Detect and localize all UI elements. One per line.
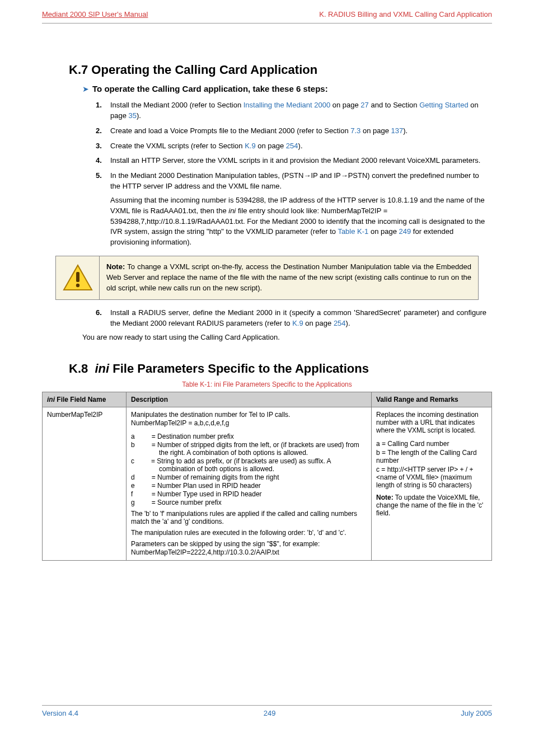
link-page-249[interactable]: 249 (399, 227, 411, 236)
note-box: Note: To change a VXML script on-the-fly… (55, 256, 479, 300)
procedure-label: To operate the Calling Card application,… (92, 84, 328, 93)
step-number: 6. (96, 308, 107, 329)
link-getting-started[interactable]: Getting Started (419, 101, 468, 109)
footer-version: Version 4.4 (42, 709, 78, 717)
svg-point-2 (76, 284, 79, 287)
step-body: Install an HTTP Server, store the VXML s… (110, 156, 486, 166)
step-body: Create the VXML scripts (refer to Sectio… (110, 141, 486, 152)
link-page-137[interactable]: 137 (391, 126, 404, 135)
step-6: 6. Install a RADIUS server, define the M… (96, 308, 486, 329)
step-number: 5. (96, 171, 107, 248)
warning-icon (63, 264, 93, 291)
header-left: Mediant 2000 SIP User's Manual (42, 10, 148, 18)
params-table: ini File Field Name Description Valid Ra… (42, 392, 492, 561)
step-body: Install the Mediant 2000 (refer to Secti… (110, 100, 486, 121)
link-page-254[interactable]: 254 (286, 142, 298, 150)
page-header: Mediant 2000 SIP User's Manual K. RADIUS… (42, 0, 492, 24)
footer-page-number: 249 (264, 709, 276, 717)
procedure-intro: ➤ To operate the Calling Card applicatio… (82, 84, 492, 93)
link-section-7-3[interactable]: 7.3 (350, 126, 360, 135)
link-page-35[interactable]: 35 (129, 111, 137, 120)
cell-ini: NumberMapTel2IP (43, 407, 127, 561)
arrow-right-icon: ➤ (82, 84, 89, 93)
link-section-k9-b[interactable]: K.9 (292, 319, 303, 327)
link-section-k9[interactable]: K.9 (245, 142, 256, 150)
footer-date: July 2005 (461, 709, 492, 717)
link-installing[interactable]: Installing the Mediant 2000 (243, 101, 330, 109)
link-table-k1[interactable]: Table K-1 (338, 227, 368, 236)
table-section-heading: K.8 ini File Parameters Specific to the … (69, 361, 492, 376)
step-4: 4. Install an HTTP Server, store the VXM… (96, 156, 486, 166)
cell-desc: Manipulates the destination number for T… (127, 407, 372, 561)
step-number: 4. (96, 156, 107, 166)
cell-valid: Replaces the incoming destination number… (372, 407, 492, 561)
step-5: 5. In the Mediant 2000 Destination Manip… (96, 171, 486, 248)
th-valid: Valid Range and Remarks (372, 392, 492, 407)
link-page-254-b[interactable]: 254 (334, 319, 346, 327)
note-label: Note: (106, 262, 125, 271)
ready-text: You are now ready to start using the Cal… (82, 333, 492, 341)
svg-rect-1 (76, 272, 79, 282)
page-footer: Version 4.4 249 July 2005 (42, 705, 492, 717)
table-row: NumberMapTel2IP Manipulates the destinat… (43, 407, 492, 561)
step-number: 1. (96, 100, 107, 121)
step-body: Create and load a Voice Prompts file to … (110, 126, 486, 137)
step-1: 1. Install the Mediant 2000 (refer to Se… (96, 100, 486, 121)
step-body: In the Mediant 2000 Destination Manipula… (110, 171, 486, 248)
th-ini: ini File Field Name (43, 392, 127, 407)
link-page-27[interactable]: 27 (360, 101, 368, 109)
step-body: Install a RADIUS server, define the Medi… (110, 308, 486, 329)
note-icon-cell (56, 256, 100, 299)
header-right: K. RADIUS Billing and VXML Calling Card … (319, 10, 492, 18)
th-desc: Description (127, 392, 372, 407)
step-number: 2. (96, 126, 107, 137)
note-content: Note: To change a VXML script on-the-fly… (100, 256, 478, 299)
step-number: 3. (96, 141, 107, 152)
section-heading: K.7 Operating the Calling Card Applicati… (69, 63, 492, 77)
table-caption: Table K-1: ini File Parameters Specific … (42, 381, 492, 388)
step-2: 2. Create and load a Voice Prompts file … (96, 126, 486, 137)
step-3: 3. Create the VXML scripts (refer to Sec… (96, 141, 486, 152)
table-header-row: ini File Field Name Description Valid Ra… (43, 392, 492, 407)
